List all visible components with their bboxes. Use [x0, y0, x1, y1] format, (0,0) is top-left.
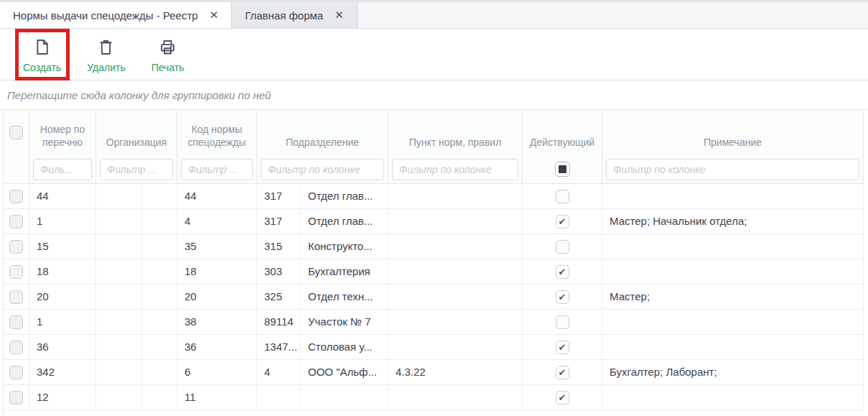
row-checkbox[interactable]	[9, 240, 23, 254]
row-select-cell	[4, 234, 29, 259]
cell-org-code	[96, 259, 142, 284]
tab-norms-registry[interactable]: Нормы выдачи спецодежды - Реестр ✕	[0, 2, 232, 28]
row-checkbox[interactable]	[9, 290, 23, 304]
column-header-dept[interactable]: Подразделение	[257, 110, 388, 155]
row-checkbox[interactable]	[9, 366, 23, 379]
filter-spacer-cell	[4, 155, 29, 183]
table-row[interactable]: 1211✔	[4, 385, 864, 410]
cell-number: 12	[29, 385, 96, 410]
data-grid: Номер по перечню Организация Код нормы с…	[3, 110, 864, 415]
active-checkbox[interactable]: ✔	[556, 366, 569, 379]
cell-dept-name: Бухгалтерия	[301, 259, 388, 284]
active-checkbox[interactable]: ✔	[556, 391, 569, 405]
column-header-clause[interactable]: Пункт норм, правил	[388, 110, 523, 155]
close-icon[interactable]: ✕	[210, 9, 219, 22]
cell-note	[602, 234, 864, 259]
row-select-cell	[4, 310, 29, 334]
table-row[interactable]: 36361347...Столовая у...✔	[4, 335, 864, 360]
delete-button-label: Удалить	[87, 62, 125, 73]
create-button[interactable]: Создать	[19, 36, 65, 75]
cell-norm-code: 20	[177, 285, 257, 309]
group-by-hint: Перетащите сюда колонку для группировки …	[0, 80, 868, 110]
row-select-cell	[4, 259, 29, 284]
row-checkbox[interactable]	[9, 265, 23, 279]
cell-active: ✔	[523, 285, 602, 309]
cell-org-name	[142, 310, 177, 334]
select-all-checkbox[interactable]	[9, 126, 23, 139]
active-checkbox[interactable]: ✔	[556, 290, 569, 304]
column-header-active[interactable]: Действующий	[523, 110, 602, 155]
row-select-cell	[4, 385, 29, 410]
cell-org-name	[142, 360, 177, 384]
print-button[interactable]: Печать	[147, 36, 189, 75]
cell-active: ✔	[523, 259, 602, 284]
column-header-note[interactable]: Примечание	[602, 110, 864, 155]
cell-dept-code: 317	[257, 209, 301, 234]
cell-norm-code: 4	[177, 209, 257, 234]
column-header-org[interactable]: Организация	[96, 110, 177, 155]
close-icon[interactable]: ✕	[335, 9, 344, 22]
cell-note: Бухгалтер; Лаборант;	[602, 360, 864, 384]
row-checkbox[interactable]	[9, 391, 23, 405]
cell-org-code	[96, 285, 142, 309]
trash-icon	[96, 37, 116, 60]
delete-button[interactable]: Удалить	[83, 36, 129, 75]
row-checkbox[interactable]	[9, 341, 23, 354]
filter-active-checkbox[interactable]	[555, 162, 570, 177]
column-header-normcode[interactable]: Код нормы спецодежды	[177, 110, 257, 155]
row-select-cell	[4, 209, 29, 234]
cell-clause	[388, 209, 523, 234]
cell-note	[602, 335, 864, 359]
tab-main-form[interactable]: Главная форма ✕	[232, 2, 358, 28]
active-checkbox[interactable]: ✔	[556, 265, 569, 279]
filter-input-number[interactable]	[33, 159, 92, 180]
table-body: 4444317Отдел глав...14317Отдел глав...✔М…	[4, 184, 864, 410]
filter-input-normcode[interactable]	[181, 159, 253, 180]
cell-dept-code: 315	[257, 234, 301, 259]
cell-clause	[388, 259, 523, 284]
cell-norm-code: 18	[177, 259, 257, 284]
cell-org-code	[96, 385, 142, 410]
tab-bar: Нормы выдачи спецодежды - Реестр ✕ Главн…	[0, 0, 868, 29]
row-checkbox[interactable]	[9, 215, 23, 228]
table-row[interactable]: 2020325Отдел техн...✔Мастер;	[4, 285, 864, 310]
tab-bar-spacer	[358, 2, 868, 28]
table-row[interactable]: 34264ООО "Альф...4.3.22✔Бухгалтер; Лабор…	[4, 360, 864, 385]
row-checkbox[interactable]	[9, 190, 23, 203]
new-document-icon	[32, 37, 52, 60]
column-header-number[interactable]: Номер по перечню	[29, 110, 96, 155]
row-select-cell	[4, 335, 29, 359]
cell-note	[602, 385, 864, 410]
cell-note	[602, 310, 864, 334]
cell-number: 36	[29, 335, 96, 359]
active-checkbox[interactable]	[556, 315, 569, 329]
active-checkbox[interactable]: ✔	[556, 341, 569, 354]
active-checkbox[interactable]	[556, 190, 569, 203]
cell-dept-code: 303	[257, 259, 301, 284]
cell-number: 1	[29, 209, 96, 234]
row-select-cell	[4, 285, 29, 309]
cell-dept-code	[257, 385, 301, 410]
filter-input-dept[interactable]	[261, 159, 384, 180]
filter-input-note[interactable]	[606, 159, 859, 180]
table-row[interactable]: 14317Отдел глав...✔Мастер; Начальник отд…	[4, 209, 864, 234]
cell-number: 44	[29, 184, 96, 208]
table-row[interactable]: 4444317Отдел глав...	[4, 184, 864, 209]
table-row[interactable]: 13889114Участок № 7	[4, 310, 864, 335]
tab-label: Главная форма	[245, 9, 323, 22]
active-checkbox[interactable]: ✔	[556, 215, 569, 228]
active-checkbox[interactable]	[556, 240, 569, 254]
table-row[interactable]: 1818303Бухгалтерия✔	[4, 259, 864, 285]
row-checkbox[interactable]	[9, 315, 23, 329]
cell-clause	[388, 310, 523, 334]
printer-icon	[158, 37, 177, 60]
filter-input-clause[interactable]	[392, 159, 518, 180]
cell-norm-code: 6	[177, 360, 257, 384]
create-button-label: Создать	[23, 62, 61, 73]
filter-input-org[interactable]	[100, 159, 173, 180]
table-row[interactable]: 1535315Конструкто...	[4, 234, 864, 259]
cell-org-name	[142, 184, 177, 208]
cell-note: Мастер;	[602, 285, 864, 309]
cell-dept-name: Отдел техн...	[301, 285, 388, 309]
row-select-cell	[4, 360, 29, 384]
